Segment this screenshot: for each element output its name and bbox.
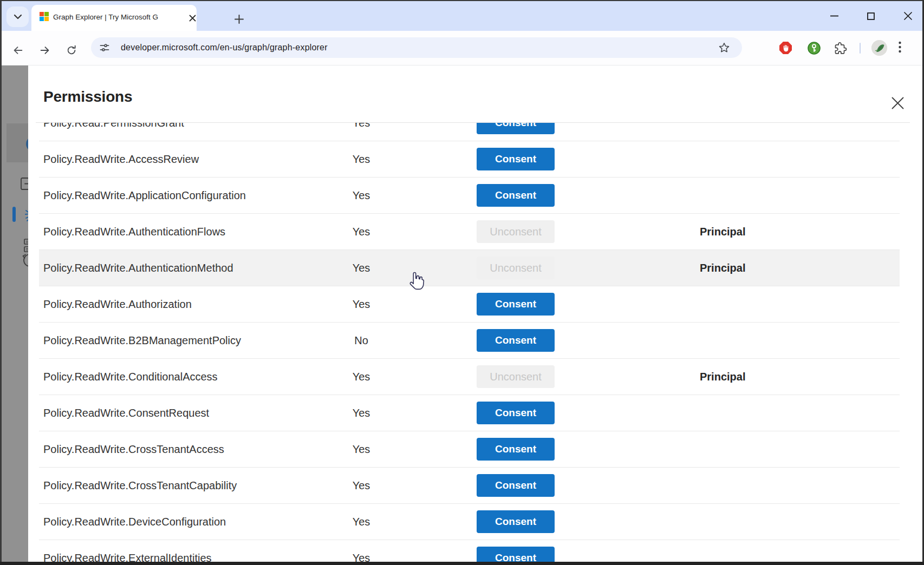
consent-button[interactable]: Consent [477, 148, 555, 170]
window-border-left [0, 0, 2, 565]
table-row[interactable]: Policy.Read.PermissionGrant Yes Consent [39, 123, 900, 141]
extensions-puzzle-icon[interactable] [834, 42, 847, 55]
window-minimize-button[interactable] [826, 8, 842, 24]
admin-consent-value: Yes [299, 479, 424, 492]
admin-consent-value: Yes [299, 443, 424, 456]
consent-button[interactable]: Consent [477, 474, 555, 497]
table-row[interactable]: Policy.ReadWrite.AccessReview Yes Consen… [39, 141, 900, 178]
admin-consent-value: Yes [299, 552, 424, 562]
forward-button[interactable] [35, 40, 55, 61]
table-row[interactable]: Policy.ReadWrite.ExternalIdentities Yes … [39, 540, 900, 562]
history-icon[interactable] [22, 253, 28, 268]
browser-toolbar: developer.microsoft.com/en-us/graph/grap… [2, 31, 922, 65]
new-tab-button[interactable] [231, 11, 246, 27]
permission-name: Policy.ReadWrite.ApplicationConfiguratio… [39, 189, 299, 202]
action-cell: Consent [424, 184, 608, 207]
window-border-bottom [0, 562, 924, 565]
admin-consent-value: Yes [299, 189, 424, 202]
action-cell: Unconsent [424, 257, 608, 279]
dialog-close-button[interactable] [890, 96, 905, 110]
dialog-title: Permissions [43, 88, 132, 106]
table-row[interactable]: Policy.ReadWrite.B2BManagementPolicy No … [39, 323, 900, 359]
action-cell: Consent [424, 438, 608, 461]
tab-title-fade [164, 12, 187, 25]
table-row[interactable]: Policy.ReadWrite.AuthenticationMethod Ye… [39, 250, 900, 286]
url-text[interactable]: developer.microsoft.com/en-us/graph/grap… [121, 43, 328, 52]
permission-name: Policy.ReadWrite.DeviceConfiguration [39, 516, 299, 528]
admin-consent-value: Yes [299, 298, 424, 311]
unconsent-button-disabled[interactable]: Unconsent [477, 365, 555, 388]
admin-consent-value: Yes [299, 516, 424, 528]
window-maximize-button[interactable] [863, 8, 879, 24]
table-row[interactable]: Policy.ReadWrite.CrossTenantAccess Yes C… [39, 431, 900, 468]
back-button[interactable] [8, 40, 28, 61]
table-row[interactable]: Policy.ReadWrite.Authorization Yes Conse… [39, 286, 900, 323]
sidebar-logo-tile [6, 123, 28, 162]
address-bar[interactable]: developer.microsoft.com/en-us/graph/grap… [91, 37, 742, 58]
unconsent-button-disabled[interactable]: Unconsent [477, 220, 555, 243]
unconsent-button-disabled[interactable]: Unconsent [477, 257, 555, 279]
consent-type-value: Principal [608, 262, 900, 274]
password-manager-extension-icon[interactable] [808, 42, 821, 55]
admin-consent-value: Yes [299, 407, 424, 419]
action-cell: Unconsent [424, 220, 608, 243]
table-row[interactable]: Policy.ReadWrite.ConsentRequest Yes Cons… [39, 395, 900, 431]
permission-name: Policy.ReadWrite.AccessReview [39, 153, 299, 166]
window-controls [826, 1, 916, 31]
consent-button[interactable]: Consent [477, 438, 555, 461]
permissions-table: Policy.Read.PermissionGrant Yes Consent … [39, 123, 900, 562]
permission-name: Policy.ReadWrite.ConditionalAccess [39, 371, 299, 383]
window-border-top [0, 0, 924, 1]
active-tab[interactable]: Graph Explorer | Try Microsoft G [31, 5, 197, 31]
profile-avatar[interactable] [871, 40, 887, 56]
permission-name: Policy.ReadWrite.ExternalIdentities [39, 552, 299, 562]
action-cell: Consent [424, 547, 608, 562]
permission-name: Policy.ReadWrite.B2BManagementPolicy [39, 334, 299, 347]
consent-button[interactable]: Consent [477, 402, 555, 424]
admin-consent-value: No [299, 334, 424, 347]
permission-name: Policy.ReadWrite.ConsentRequest [39, 407, 299, 419]
tab-strip: Graph Explorer | Try Microsoft G [2, 1, 922, 31]
action-cell: Unconsent [424, 365, 608, 388]
admin-consent-value: Yes [299, 123, 424, 129]
consent-button[interactable]: Consent [477, 293, 555, 316]
browser-menu-icon[interactable] [899, 41, 901, 53]
plus-icon [235, 15, 244, 24]
consent-button[interactable]: Consent [477, 547, 555, 562]
consent-button[interactable]: Consent [477, 510, 555, 533]
sign-out-icon[interactable] [21, 177, 28, 191]
table-row[interactable]: Policy.ReadWrite.AuthenticationFlows Yes… [39, 214, 900, 250]
action-cell: Consent [424, 123, 608, 134]
permission-name: Policy.ReadWrite.Authorization [39, 298, 299, 311]
permission-name: Policy.ReadWrite.CrossTenantCapability [39, 479, 299, 492]
table-row[interactable]: Policy.ReadWrite.DeviceConfiguration Yes… [39, 504, 900, 540]
action-cell: Consent [424, 293, 608, 316]
tab-close-icon[interactable] [187, 12, 198, 23]
bookmark-star-icon[interactable] [718, 42, 730, 54]
window-close-button[interactable] [900, 8, 916, 24]
action-cell: Consent [424, 329, 608, 352]
toolbar-separator [860, 43, 861, 54]
table-row[interactable]: Policy.ReadWrite.ConditionalAccess Yes U… [39, 359, 900, 395]
chevron-down-icon [14, 14, 22, 19]
consent-button[interactable]: Consent [477, 123, 555, 134]
browser-window: Graph Explorer | Try Microsoft G [0, 0, 924, 565]
action-cell: Consent [424, 510, 608, 533]
action-cell: Consent [424, 148, 608, 170]
reload-button[interactable] [61, 40, 82, 61]
permission-name: Policy.ReadWrite.AuthenticationFlows [39, 226, 299, 238]
admin-consent-value: Yes [299, 153, 424, 166]
table-row[interactable]: Policy.ReadWrite.ApplicationConfiguratio… [39, 178, 900, 214]
table-row[interactable]: Policy.ReadWrite.CrossTenantCapability Y… [39, 468, 900, 504]
site-info-icon[interactable] [99, 42, 110, 53]
selected-nav-indicator [12, 207, 16, 222]
permission-name: Policy.ReadWrite.CrossTenantAccess [39, 443, 299, 456]
consent-type-value: Principal [608, 371, 900, 383]
resources-list-icon[interactable] [24, 239, 28, 253]
consent-button[interactable]: Consent [477, 329, 555, 352]
adblock-extension-icon[interactable] [779, 42, 792, 54]
tab-search-button[interactable] [6, 6, 29, 27]
admin-consent-value: Yes [299, 371, 424, 383]
permissions-dialog: Permissions Policy.Read.PermissionGrant … [28, 65, 922, 562]
consent-button[interactable]: Consent [477, 184, 555, 207]
